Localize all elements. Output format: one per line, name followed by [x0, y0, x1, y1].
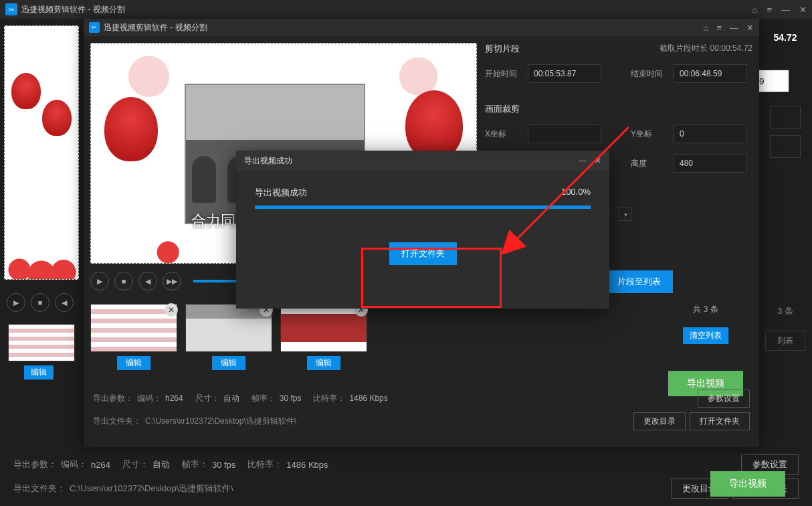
edit-clip-button[interactable]: 编辑 [307, 356, 340, 370]
param-settings-button[interactable]: 参数设置 [698, 390, 750, 408]
inner-list-summary: 共 3 条 清空列表 导出视频 [659, 304, 752, 396]
home-icon[interactable]: ⌂ [704, 23, 709, 33]
inner-titlebar: ✂ 迅捷视频剪辑软件 - 视频分割 ⌂ ≡ — ✕ [84, 19, 759, 36]
folder-label: 导出文件夹： [93, 416, 141, 427]
edit-clip-button[interactable]: 编辑 [212, 356, 245, 370]
outer-window-title: 迅捷视频剪辑软件 - 视频分割 [21, 4, 125, 15]
clip-thumbnail[interactable]: ✕ [185, 304, 272, 352]
stop-button[interactable]: ■ [31, 293, 49, 312]
folder-path: C:\Users\xr102372\Desktop\迅捷剪辑软件\ [70, 483, 659, 495]
menu-icon[interactable]: ≡ [716, 23, 722, 33]
params-label: 导出参数： [13, 458, 57, 471]
y-coord-input[interactable] [674, 124, 747, 143]
outer-right-panel: 54.72 3 条 列表 [758, 32, 812, 351]
clear-list-button[interactable]: 清空列表 [683, 327, 728, 344]
progress-bar [255, 205, 591, 209]
outer-playback-controls: ▶ ■ ◀ [4, 293, 80, 312]
play-button[interactable]: ▶ [7, 293, 25, 312]
clip-duration-info: 截取片段时长 00:00:54.72 [659, 43, 752, 54]
open-folder-dialog-button[interactable]: 打开文件夹 [389, 242, 457, 265]
dropdown-icon[interactable]: ▾ [619, 207, 632, 221]
outer-field-3[interactable] [770, 135, 801, 158]
close-icon[interactable]: ✕ [799, 5, 807, 15]
inner-bottom-bar: 导出参数： 编码： h264 尺寸： 自动 帧率： 30 fps 比特率： 14… [93, 387, 750, 443]
size-value: 自动 [153, 458, 170, 471]
end-time-input[interactable] [674, 64, 747, 83]
clip-item-2: ✕ 编辑 [185, 304, 272, 370]
end-time-label: 结束时间 [631, 68, 666, 80]
clip-thumbnails: ✕ 编辑 ✕ 编辑 ✕ 编辑 [90, 304, 367, 370]
dialog-close-icon[interactable]: ✕ [595, 156, 601, 165]
export-video-button[interactable]: 导出视频 [710, 471, 785, 497]
outer-clip-thumbnail [8, 324, 75, 361]
clip-item-1: ✕ 编辑 [90, 304, 177, 370]
clip-thumbnail[interactable]: ✕ [280, 304, 367, 352]
menu-icon[interactable]: ≡ [767, 5, 772, 15]
app-logo-icon: ✂ [89, 22, 100, 33]
fps-value: 30 fps [280, 394, 302, 403]
remove-clip-icon[interactable]: ✕ [165, 303, 178, 317]
edit-button[interactable]: 编辑 [24, 365, 54, 380]
outer-duration: 54.72 [758, 32, 812, 43]
dialog-minimize-icon[interactable]: — [579, 156, 587, 165]
outer-bottom-bar: 导出参数： 编码： h264 尺寸： 自动 帧率： 30 fps 比特率： 14… [0, 446, 812, 506]
folder-path: C:\Users\xr102372\Desktop\迅捷剪辑软件\ [145, 416, 621, 427]
fps-value: 30 fps [212, 460, 235, 470]
outer-list-button[interactable]: 列表 [765, 331, 805, 351]
folder-label: 导出文件夹： [13, 483, 66, 495]
outer-clip-count: 3 条 [758, 305, 812, 317]
play-button[interactable]: ▶ [90, 272, 109, 290]
x-coord-input[interactable] [528, 124, 601, 143]
stop-button[interactable]: ■ [114, 272, 133, 290]
inner-window-title: 迅捷视频剪辑软件 - 视频分割 [104, 22, 207, 33]
codec-value: h264 [91, 460, 110, 470]
home-icon[interactable]: ⌂ [752, 5, 758, 15]
prev-button[interactable]: ◀ [55, 293, 74, 312]
outer-field-2[interactable] [770, 106, 801, 129]
close-icon[interactable]: ✕ [746, 23, 754, 33]
bitrate-value: 1486 Kbps [349, 394, 387, 403]
export-success-dialog: 导出视频成功 — ✕ 导出视频成功 100.0% 打开文件夹 [236, 151, 609, 309]
y-coord-label: Y坐标 [631, 129, 666, 140]
height-label: 高度 [631, 158, 666, 169]
size-value: 自动 [223, 393, 239, 404]
minimize-icon[interactable]: — [730, 23, 738, 33]
outer-preview-thumbnail [4, 25, 79, 280]
minimize-icon[interactable]: — [781, 5, 790, 15]
start-time-input[interactable] [528, 64, 601, 83]
x-coord-label: X坐标 [485, 129, 520, 140]
params-label: 导出参数： [93, 393, 133, 404]
outer-titlebar: ✂ 迅捷视频剪辑软件 - 视频分割 ⌂ ≡ — ✕ [0, 0, 812, 19]
clip-item-3: ✕ 编辑 [280, 304, 367, 370]
dialog-titlebar: 导出视频成功 — ✕ [236, 151, 609, 171]
app-logo-icon: ✂ [5, 3, 17, 15]
crop-section-title: 画面裁剪 [485, 103, 752, 115]
bitrate-value: 1486 Kbps [286, 460, 328, 470]
clip-count: 共 3 条 [659, 304, 752, 315]
dialog-message: 导出视频成功 [255, 187, 307, 199]
add-clip-to-list-button[interactable]: 片段至列表 [605, 270, 673, 293]
dialog-percent: 100.0% [561, 187, 591, 199]
prev-button[interactable]: ◀ [138, 272, 157, 290]
open-folder-button[interactable]: 打开文件夹 [690, 412, 750, 430]
height-input[interactable] [674, 154, 747, 173]
dialog-title: 导出视频成功 [244, 155, 292, 167]
change-dir-button[interactable]: 更改目录 [633, 412, 686, 430]
outer-left-panel: ▶ ■ ◀ 编辑 [0, 19, 84, 506]
start-time-label: 开始时间 [485, 68, 520, 80]
codec-value: h264 [165, 394, 183, 403]
outer-field-1[interactable] [758, 70, 789, 92]
next-button[interactable]: ▶▶ [163, 272, 181, 290]
clip-thumbnail[interactable]: ✕ [90, 304, 177, 352]
edit-clip-button[interactable]: 编辑 [117, 356, 150, 370]
